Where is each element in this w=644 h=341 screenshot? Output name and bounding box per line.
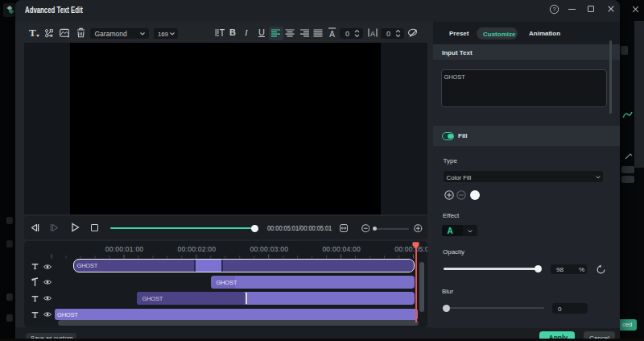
svg-text:A: A xyxy=(370,30,375,38)
svg-text:A: A xyxy=(329,30,335,38)
svg-text:?: ? xyxy=(552,6,555,13)
